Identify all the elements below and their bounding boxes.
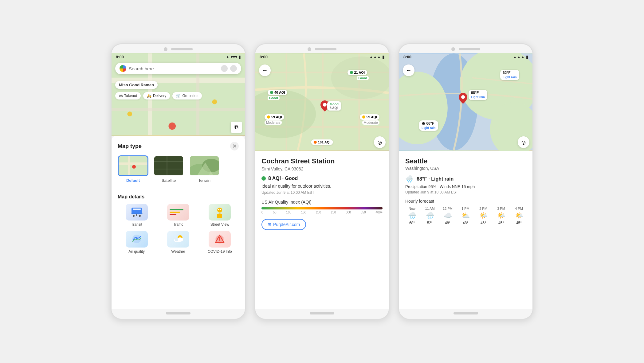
svg-point-11 bbox=[132, 165, 136, 169]
weather-icon-bg bbox=[167, 231, 189, 248]
scale-150: 150 bbox=[301, 211, 306, 214]
groceries-icon: 🛒 bbox=[176, 94, 181, 98]
back-icon-3: ← bbox=[406, 67, 411, 74]
forecast-time-1pm: 1 PM bbox=[461, 207, 469, 210]
forecast-temp-3pm: 45° bbox=[498, 221, 504, 225]
groceries-chip[interactable]: 🛒 Groceries bbox=[172, 92, 202, 100]
time-2: 8:00 bbox=[260, 55, 268, 59]
location-icon-2: ◎ bbox=[378, 139, 382, 145]
detail-airquality[interactable]: Air quality bbox=[118, 231, 155, 254]
forecast-icon-12pm: ☁️ bbox=[444, 212, 452, 220]
terrain-thumb bbox=[189, 155, 220, 176]
aqi-scale-label: US Air Quality Index (AQI) bbox=[261, 200, 383, 205]
aqi-green-dot bbox=[261, 176, 266, 181]
streetview-label: Street View bbox=[210, 222, 229, 227]
scale-350: 350 bbox=[361, 211, 366, 214]
forecast-12pm: 12 PM ☁️ 48° bbox=[441, 207, 454, 225]
phone-content-3: 8:00 ▲▲▲ ▮ ← bbox=[399, 53, 532, 309]
traffic-icon-container bbox=[167, 204, 189, 221]
close-button[interactable]: ✕ bbox=[230, 142, 239, 150]
station-address: Simi Valley, CA 93062 bbox=[261, 166, 383, 171]
temp-68: 68°F bbox=[471, 91, 479, 95]
phone-bottom-bar-2 bbox=[255, 309, 389, 319]
moderate-label-1: Moderate bbox=[265, 120, 282, 125]
groceries-label: Groceries bbox=[182, 94, 198, 98]
weather-info-panel: Seattle Washington, USA 🌧️ 68°F · Light … bbox=[399, 151, 532, 309]
mic-icon-1[interactable] bbox=[221, 65, 228, 72]
panel-header: Map type ✕ bbox=[118, 142, 239, 150]
scale-250: 250 bbox=[331, 211, 336, 214]
delivery-chip[interactable]: 🛵 Delivery bbox=[143, 92, 170, 100]
svg-rect-9 bbox=[119, 162, 148, 165]
forecast-icon-now: 🌧️ bbox=[408, 212, 416, 220]
phones-container: 8:00 ▲ ▾▾▾ ▮ Search here Miso Good Ramen bbox=[111, 43, 533, 320]
phone-camera-2 bbox=[308, 47, 311, 51]
airquality-icon-container bbox=[126, 231, 148, 248]
svg-point-27 bbox=[220, 209, 221, 210]
back-button-2[interactable]: ← bbox=[259, 64, 271, 76]
delivery-label: Delivery bbox=[153, 94, 166, 98]
detail-traffic[interactable]: Traffic bbox=[159, 204, 197, 227]
good-badge-pin: Good 8 AQI bbox=[327, 101, 341, 111]
svg-point-26 bbox=[218, 209, 219, 210]
covid-label: COVID-19 Info bbox=[208, 249, 232, 254]
location-button-2[interactable]: ◎ bbox=[374, 136, 386, 148]
search-bar-1[interactable]: Search here bbox=[115, 63, 241, 74]
signal-2: ▲▲▲ bbox=[369, 55, 381, 59]
forecast-temp-4pm: 45° bbox=[516, 221, 522, 225]
phone-bottom-bar-3 bbox=[399, 309, 532, 319]
aqi-dot-40 bbox=[270, 91, 273, 94]
desc-light-rain-62: Light rain bbox=[503, 76, 517, 79]
svg-point-5 bbox=[168, 123, 176, 130]
aqi-updated: Updated Jun 9 at 10:00 AM EST bbox=[261, 190, 383, 195]
map-type-terrain[interactable]: Terrain bbox=[189, 155, 220, 183]
wifi-icon-1: ▾▾▾ bbox=[231, 55, 237, 59]
place-chip-1[interactable]: Miso Good Ramen bbox=[115, 81, 158, 89]
svg-point-21 bbox=[133, 215, 135, 217]
svg-point-6 bbox=[212, 100, 217, 104]
signal-icon-1: ▲ bbox=[226, 55, 230, 59]
traffic-line-yellow bbox=[170, 212, 180, 213]
avatar-icon-1[interactable] bbox=[230, 65, 237, 72]
map-type-default[interactable]: Default bbox=[118, 155, 148, 183]
aqi-badge-21: 21 AQI bbox=[348, 70, 367, 75]
detail-transit[interactable]: Transit bbox=[118, 204, 155, 227]
forecast-11am: 11 AM 🌧️ 52° bbox=[423, 207, 437, 225]
home-button-2 bbox=[310, 312, 334, 314]
aqi-bar bbox=[261, 207, 383, 209]
detail-weather[interactable]: Weather bbox=[159, 231, 197, 254]
forecast-icon-1pm: ⛅ bbox=[461, 212, 470, 220]
aqi-badge-40: 40 AQI bbox=[268, 90, 287, 95]
layers-button-1[interactable]: ⧉ bbox=[231, 122, 242, 133]
good-text: Good bbox=[330, 102, 339, 106]
forecast-time-2pm: 2 PM bbox=[479, 207, 487, 210]
default-label: Default bbox=[126, 178, 140, 183]
svg-rect-20 bbox=[133, 209, 141, 210]
forecast-2pm: 2 PM 🌤️ 46° bbox=[477, 207, 490, 225]
phone-1: 8:00 ▲ ▾▾▾ ▮ Search here Miso Good Ramen bbox=[111, 43, 246, 320]
aqi-dot-59b bbox=[362, 115, 365, 119]
phone-top-bar-2 bbox=[255, 44, 389, 53]
forecast-temp-now: 68° bbox=[409, 221, 415, 225]
scale-50: 50 bbox=[273, 211, 276, 214]
map-type-satellite[interactable]: Satellite bbox=[153, 155, 184, 183]
svg-point-29 bbox=[136, 237, 138, 239]
search-input-1[interactable]: Search here bbox=[129, 66, 218, 71]
phone-bottom-bar-1 bbox=[112, 309, 245, 319]
svg-point-22 bbox=[139, 215, 141, 217]
google-logo-1 bbox=[120, 65, 126, 72]
location-button-3[interactable]: ◎ bbox=[518, 136, 529, 148]
purpleair-button[interactable]: ⊞ PurpleAir.com bbox=[261, 219, 306, 230]
airquality-icon-bg bbox=[126, 231, 148, 248]
detail-covid[interactable]: ! COVID-19 Info bbox=[201, 231, 239, 254]
traffic-label: Traffic bbox=[173, 222, 183, 227]
weather-main-row: 🌧️ 68°F · Light rain bbox=[405, 175, 526, 183]
svg-rect-15 bbox=[167, 156, 167, 176]
terrain-label: Terrain bbox=[198, 178, 210, 183]
time-3: 8:00 bbox=[403, 55, 411, 59]
back-button-3[interactable]: ← bbox=[403, 64, 414, 76]
detail-streetview[interactable]: Street View bbox=[201, 204, 239, 227]
takeout-chip[interactable]: 🛍 Takeout bbox=[115, 92, 141, 100]
aqi-value-40: 40 AQI bbox=[274, 91, 285, 94]
phone-speaker-3 bbox=[459, 48, 480, 50]
